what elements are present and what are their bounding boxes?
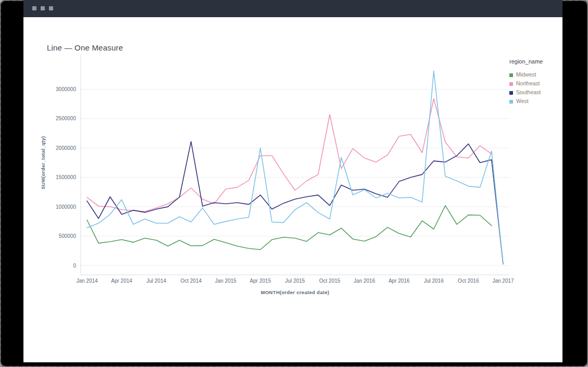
x-axis-title: MONTH(order created date) [261, 289, 330, 295]
legend-label: Midwest [516, 71, 536, 78]
y-tick-label: 0 [73, 263, 76, 269]
x-tick-label: Oct 2014 [180, 278, 202, 284]
y-tick-label: 500000 [59, 233, 77, 239]
x-tick-label: Jan 2016 [354, 278, 376, 284]
legend-swatch-icon [509, 91, 513, 95]
legend-swatch-icon [509, 73, 513, 77]
legend-item-northeast[interactable]: Northeast [509, 80, 561, 89]
legend-label: Southeast [516, 89, 541, 95]
x-tick-label: Jan 2015 [215, 278, 237, 284]
x-tick-label: Apr 2016 [389, 278, 410, 284]
x-tick-label: Apr 2015 [250, 278, 271, 284]
x-tick-label: Oct 2016 [458, 278, 479, 284]
y-axis-title: SUM(order_total_qty) [40, 136, 46, 189]
line-chart[interactable]: 0500000100000015000002000000250000030000… [36, 37, 536, 298]
x-tick-label: Jul 2016 [424, 278, 444, 284]
legend-item-southeast[interactable]: Southeast [509, 89, 561, 98]
legend-title: region_name [509, 58, 561, 65]
legend-label: Northeast [516, 80, 540, 86]
x-tick-label: Jul 2015 [285, 278, 305, 284]
window-titlebar [23, 0, 562, 17]
legend-swatch-icon [509, 100, 513, 104]
x-tick-label: Oct 2015 [319, 278, 341, 284]
x-tick-label: Jul 2014 [146, 278, 166, 284]
y-tick-label: 2500000 [56, 116, 76, 121]
x-tick-label: Apr 2014 [111, 278, 132, 284]
x-tick-label: Jan 2014 [76, 278, 98, 284]
legend-label: West [516, 98, 529, 104]
legend-item-midwest[interactable]: Midwest [509, 71, 561, 80]
window-button-icon[interactable] [49, 6, 53, 10]
legend-item-west[interactable]: West [509, 98, 561, 107]
y-tick-label: 1500000 [56, 174, 76, 180]
series-line-west [87, 71, 503, 264]
legend-swatch-icon [509, 82, 513, 86]
y-tick-label: 3000000 [56, 86, 76, 92]
y-tick-label: 1000000 [56, 204, 76, 210]
legend: region_name MidwestNortheastSoutheastWes… [509, 58, 561, 107]
series-line-northeast [87, 99, 492, 212]
app-window: Line — One Measure 050000010000001500000… [23, 0, 562, 362]
y-tick-label: 2000000 [56, 145, 76, 151]
x-tick-label: Jan 2017 [492, 278, 514, 284]
window-button-icon[interactable] [32, 6, 36, 10]
series-line-midwest [87, 206, 492, 250]
series-line-southeast [87, 142, 503, 264]
legend-items: MidwestNortheastSoutheastWest [509, 71, 561, 107]
window-button-icon[interactable] [41, 6, 45, 10]
